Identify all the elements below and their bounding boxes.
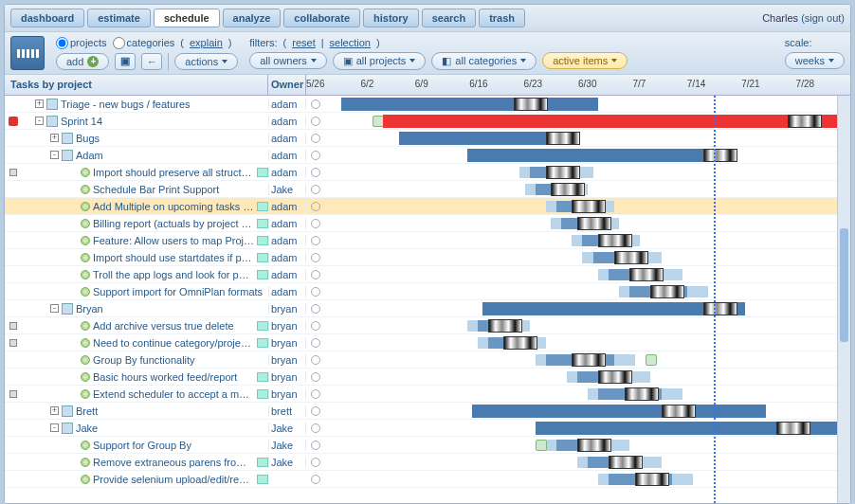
- task-row[interactable]: Provide selenium upload/edit/remove feat…: [5, 471, 850, 488]
- timeline-cell[interactable]: [325, 369, 850, 385]
- timeline-cell[interactable]: [325, 249, 850, 265]
- drag-handle[interactable]: [625, 387, 659, 401]
- tab-dashboard[interactable]: dashboard: [10, 9, 84, 27]
- status-ring-icon[interactable]: [311, 338, 320, 348]
- signout-link[interactable]: (sign out): [801, 12, 845, 24]
- status-ring-icon[interactable]: [311, 423, 320, 433]
- note-icon[interactable]: [257, 475, 268, 484]
- status-ring-icon[interactable]: [311, 355, 320, 365]
- all-categories-filter[interactable]: ◧ all categories: [431, 52, 537, 70]
- timeline-cell[interactable]: [325, 437, 850, 453]
- weeks-scale[interactable]: weeks: [785, 52, 845, 69]
- status-ring-icon[interactable]: [311, 287, 320, 297]
- tasks-col-header[interactable]: Tasks by project: [5, 75, 268, 95]
- collapse-button[interactable]: ▣: [115, 53, 136, 70]
- task-row[interactable]: Remove extraneous parens from linksJake: [5, 454, 850, 471]
- task-row[interactable]: Troll the app logs and look for potentia…: [5, 266, 850, 283]
- timeline-cell[interactable]: [325, 232, 850, 248]
- note-icon[interactable]: [257, 219, 268, 228]
- tree-toggle-icon[interactable]: +: [50, 134, 59, 142]
- tab-trash[interactable]: trash: [479, 9, 525, 27]
- categories-radio[interactable]: categories: [113, 37, 175, 49]
- status-ring-icon[interactable]: [311, 304, 320, 314]
- status-ring-icon[interactable]: [311, 389, 320, 399]
- note-icon[interactable]: [257, 236, 268, 245]
- drag-handle[interactable]: [614, 251, 648, 264]
- task-row[interactable]: -JakeJake: [5, 420, 850, 437]
- status-ring-icon[interactable]: [311, 253, 320, 262]
- tree-toggle-icon[interactable]: -: [50, 423, 59, 432]
- task-row[interactable]: Support import for OmniPlan formatsadam: [5, 283, 850, 300]
- drag-handle[interactable]: [650, 285, 684, 298]
- task-row[interactable]: Schedule Bar Print SupportJake: [5, 181, 850, 198]
- timeline-cell[interactable]: [325, 420, 850, 436]
- note-icon[interactable]: [257, 202, 268, 211]
- note-marker-icon[interactable]: [536, 440, 547, 451]
- timeline-cell[interactable]: [325, 96, 850, 112]
- timeline-cell[interactable]: [325, 471, 850, 487]
- scrollbar-vertical[interactable]: [837, 96, 850, 503]
- task-row[interactable]: -Bryanbryan: [5, 300, 850, 317]
- all-projects-filter[interactable]: ▣ all projects: [333, 52, 427, 70]
- drag-handle[interactable]: [546, 132, 580, 145]
- timeline-cell[interactable]: [325, 130, 850, 146]
- note-marker-icon[interactable]: [646, 354, 657, 366]
- status-ring-icon[interactable]: [311, 441, 320, 450]
- drag-handle[interactable]: [635, 473, 669, 486]
- status-ring-icon[interactable]: [311, 202, 320, 211]
- drag-handle[interactable]: [609, 456, 643, 469]
- task-row[interactable]: -Adamadam: [5, 147, 850, 164]
- drag-handle[interactable]: [598, 370, 632, 384]
- drag-handle[interactable]: [503, 336, 537, 350]
- tree-toggle-icon[interactable]: +: [35, 99, 44, 108]
- tab-estimate[interactable]: estimate: [87, 9, 151, 27]
- drag-handle[interactable]: [514, 98, 548, 111]
- task-row[interactable]: Extend scheduler to accept a max level o…: [5, 386, 850, 403]
- tab-schedule[interactable]: schedule: [154, 9, 220, 27]
- task-row[interactable]: Import should preserve all structure fro…: [5, 164, 850, 181]
- tab-collaborate[interactable]: collaborate: [283, 9, 360, 27]
- note-icon[interactable]: [257, 389, 268, 399]
- tree-toggle-icon[interactable]: -: [50, 151, 59, 159]
- add-button[interactable]: add +: [56, 53, 109, 70]
- drag-handle[interactable]: [703, 149, 737, 162]
- status-ring-icon[interactable]: [311, 185, 320, 194]
- tree-toggle-icon[interactable]: +: [50, 406, 59, 415]
- drag-handle[interactable]: [662, 405, 696, 418]
- back-arrow-button[interactable]: ←: [141, 53, 162, 70]
- timeline-cell[interactable]: [325, 215, 850, 231]
- timeline-cell[interactable]: [325, 454, 850, 470]
- task-row[interactable]: +Brettbrett: [5, 403, 850, 420]
- task-row[interactable]: -Sprint 14adam: [5, 113, 850, 130]
- note-icon[interactable]: [257, 253, 268, 262]
- note-icon[interactable]: [257, 168, 268, 177]
- status-ring-icon[interactable]: [311, 406, 320, 416]
- timeline-cell[interactable]: [325, 283, 850, 299]
- timeline-cell[interactable]: [325, 164, 850, 180]
- note-icon[interactable]: [257, 270, 268, 279]
- task-row[interactable]: +Triage - new bugs / featuresadam: [5, 96, 850, 113]
- timeline-cell[interactable]: [325, 147, 850, 163]
- drag-handle[interactable]: [577, 217, 611, 230]
- timeline-cell[interactable]: [325, 113, 850, 129]
- timeline-cell[interactable]: [325, 317, 850, 333]
- drag-handle[interactable]: [788, 115, 822, 128]
- gantt-bar[interactable]: [341, 98, 598, 111]
- active-items-filter[interactable]: active items: [542, 52, 628, 69]
- status-ring-icon[interactable]: [311, 270, 320, 279]
- calendar-icon[interactable]: [10, 36, 45, 70]
- status-ring-icon[interactable]: [311, 458, 320, 467]
- tree-toggle-icon[interactable]: -: [35, 117, 44, 125]
- timeline-cell[interactable]: [325, 198, 850, 214]
- selection-link[interactable]: selection: [330, 37, 371, 48]
- note-icon[interactable]: [257, 458, 268, 467]
- task-row[interactable]: Import should use startdates if possible…: [5, 249, 850, 266]
- task-row[interactable]: Add Multiple on upcoming tasks on daadam: [5, 198, 850, 215]
- tree-toggle-icon[interactable]: -: [50, 304, 59, 313]
- drag-handle[interactable]: [776, 422, 810, 435]
- tab-analyze[interactable]: analyze: [223, 9, 282, 27]
- drag-handle[interactable]: [703, 302, 737, 315]
- task-row[interactable]: +Bugsadam: [5, 130, 850, 147]
- task-row[interactable]: Support for Group ByJake: [5, 437, 850, 454]
- drag-handle[interactable]: [577, 439, 611, 452]
